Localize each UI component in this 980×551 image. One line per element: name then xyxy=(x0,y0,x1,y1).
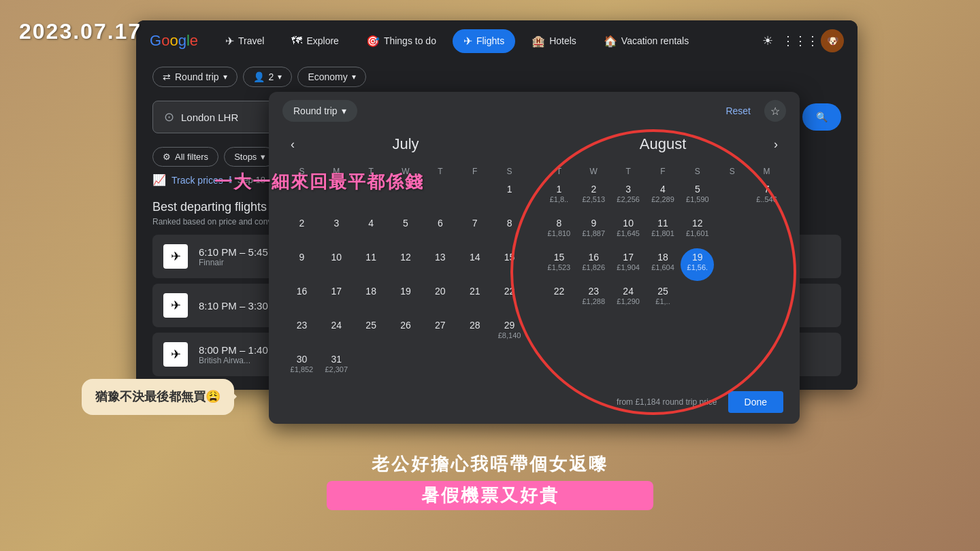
jul-day-13[interactable]: 13 xyxy=(423,248,457,281)
aug-day-12[interactable]: 12£1,601 xyxy=(681,214,714,247)
jul-day-18[interactable]: 18 xyxy=(355,282,388,315)
jul-day-23[interactable]: 23 xyxy=(285,316,318,349)
trip-type-filter[interactable]: ⇄ Round trip ▾ xyxy=(152,67,238,87)
jul-empty-5 xyxy=(423,180,457,213)
filter-icon: ⚙ xyxy=(163,152,171,162)
cabin-filter[interactable]: Economy ▾ xyxy=(297,67,365,87)
jul-day-22[interactable]: 22 xyxy=(493,282,526,315)
apps-icon[interactable]: ⋮⋮⋮ xyxy=(788,29,813,53)
jul-day-25[interactable]: 25 xyxy=(355,316,388,349)
jul-day-4[interactable]: 4 xyxy=(355,214,388,247)
july-calendar: ‹ July S M T W T F S 1 2 xyxy=(285,130,526,383)
done-button[interactable]: Done xyxy=(728,391,783,413)
calendar-top: Round trip ▾ Reset ☆ xyxy=(269,92,800,130)
calendar-reset-button[interactable]: Reset xyxy=(725,105,751,116)
aug-day-11[interactable]: 11£1,801 xyxy=(647,214,680,247)
jul-day-7[interactable]: 7 xyxy=(458,214,491,247)
aug-day-15[interactable]: 15£1,523 xyxy=(542,248,576,281)
jul-day-15[interactable]: 15 xyxy=(493,248,526,281)
stops-chevron: ▾ xyxy=(261,152,265,162)
user-avatar[interactable]: 🐶 xyxy=(821,29,844,52)
jul-day-6[interactable]: 6 xyxy=(423,214,457,247)
jul-day-29[interactable]: 29£8,140 xyxy=(493,316,526,349)
jul-day-27[interactable]: 27 xyxy=(423,316,457,349)
jul-day-30[interactable]: 30£1,852 xyxy=(285,350,318,383)
aug-day-22[interactable]: 22 xyxy=(542,282,576,315)
aug-empty-5 xyxy=(750,248,783,281)
jul-day-10[interactable]: 10 xyxy=(320,248,353,281)
jul-day-21[interactable]: 21 xyxy=(458,282,491,315)
nav-flights[interactable]: ✈ Flights xyxy=(453,29,515,53)
aug-day-8[interactable]: 8£1,810 xyxy=(542,214,576,247)
explore-icon: 🗺 xyxy=(291,35,302,47)
aug-day-17[interactable]: 17£1,904 xyxy=(612,248,645,281)
aug-empty-3 xyxy=(750,214,783,247)
filters-row: ⇄ Round trip ▾ 👤 2 ▾ Economy ▾ xyxy=(136,61,858,93)
jul-day-2[interactable]: 2 xyxy=(285,214,318,247)
nav-things[interactable]: 🎯 Things to do xyxy=(355,29,447,53)
aug-empty-8 xyxy=(750,282,783,315)
aug-day-5[interactable]: 5£1,590 xyxy=(681,180,714,213)
aug-day-16[interactable]: 16£1,826 xyxy=(577,248,610,281)
jul-day-19[interactable]: 19 xyxy=(389,282,423,315)
calendar-footer: from £1,184 round trip price Done xyxy=(269,383,800,413)
aug-day-10[interactable]: 10£1,645 xyxy=(612,214,645,247)
calendar-roundtrip-select[interactable]: Round trip ▾ xyxy=(282,100,357,122)
bottom-text-1: 老公好擔心我唔帶個女返嚟 xyxy=(272,452,708,476)
jul-day-1[interactable]: 1 xyxy=(493,180,526,213)
bottom-text-2: 暑假機票又好貴 xyxy=(327,481,653,510)
nav-hotels[interactable]: 🏨 Hotels xyxy=(521,29,587,53)
aug-day-4[interactable]: 4£2,289 xyxy=(647,180,680,213)
aug-day-18[interactable]: 18£1,604 xyxy=(647,248,680,281)
july-title: July xyxy=(285,135,526,153)
jul-day-16[interactable]: 16 xyxy=(285,282,318,315)
jul-day-31[interactable]: 31£2,307 xyxy=(320,350,353,383)
aug-day-24[interactable]: 24£1,290 xyxy=(612,282,645,315)
all-filters-button[interactable]: ⚙ All filters xyxy=(152,147,218,167)
passengers-filter[interactable]: 👤 2 ▾ xyxy=(243,67,293,87)
aug-day-19[interactable]: 19£1,56. xyxy=(681,248,714,281)
speech-bubble-text: 猶豫不決最後都無買😩 xyxy=(95,388,220,405)
calendar-star-button[interactable]: ☆ xyxy=(764,100,786,122)
jul-day-28[interactable]: 28 xyxy=(458,316,491,349)
brightness-icon[interactable]: ☀ xyxy=(755,29,780,53)
google-logo: Google xyxy=(150,32,198,50)
jul-day-5[interactable]: 5 xyxy=(389,214,423,247)
passengers-icon: 👤 xyxy=(253,71,265,82)
jul-day-24[interactable]: 24 xyxy=(320,316,353,349)
jul-day-8[interactable]: 8 xyxy=(493,214,526,247)
aug-empty-4 xyxy=(715,248,749,281)
origin-icon: ⊙ xyxy=(164,110,174,124)
jul-day-14[interactable]: 14 xyxy=(458,248,491,281)
jul-day-17[interactable]: 17 xyxy=(320,282,353,315)
jul-day-12[interactable]: 12 xyxy=(389,248,423,281)
aug-day-9[interactable]: 9£1,887 xyxy=(577,214,610,247)
price-note: from £1,184 round trip price xyxy=(617,397,717,407)
airline-logo-3: ✈ xyxy=(163,342,188,367)
aug-day-3[interactable]: 3£2,256 xyxy=(612,180,645,213)
jul-day-3[interactable]: 3 xyxy=(320,214,353,247)
jul-day-11[interactable]: 11 xyxy=(355,248,388,281)
jul-day-9[interactable]: 9 xyxy=(285,248,318,281)
jul-day-20[interactable]: 20 xyxy=(423,282,457,315)
aug-day-7[interactable]: 7£..546 xyxy=(750,180,783,213)
jul-empty-end-4 xyxy=(458,350,491,383)
aug-day-2[interactable]: 2£2,513 xyxy=(577,180,610,213)
july-header: ‹ July xyxy=(285,130,526,164)
aug-day-1[interactable]: 1£1,8.. xyxy=(542,180,576,213)
nav-travel[interactable]: ✈ Travel xyxy=(214,29,275,53)
nav-explore[interactable]: 🗺 Explore xyxy=(280,29,349,52)
prev-month-button[interactable]: ‹ xyxy=(285,135,300,154)
trip-type-icon: ⇄ xyxy=(163,71,171,82)
aug-day-23[interactable]: 23£1,288 xyxy=(577,282,610,315)
next-month-button[interactable]: › xyxy=(768,135,783,154)
aug-day-25[interactable]: 25£1,.. xyxy=(647,282,680,315)
nav-vacation[interactable]: 🏠 Vacation rentals xyxy=(593,29,700,53)
vacation-icon: 🏠 xyxy=(604,35,617,48)
trip-type-chevron: ▾ xyxy=(223,72,227,82)
jul-day-26[interactable]: 26 xyxy=(389,316,423,349)
search-button[interactable]: 🔍 xyxy=(802,103,841,131)
stops-filter-button[interactable]: Stops ▾ xyxy=(224,147,276,167)
cabin-chevron: ▾ xyxy=(352,72,356,82)
calendar-body: ‹ July S M T W T F S 1 2 xyxy=(269,130,800,383)
